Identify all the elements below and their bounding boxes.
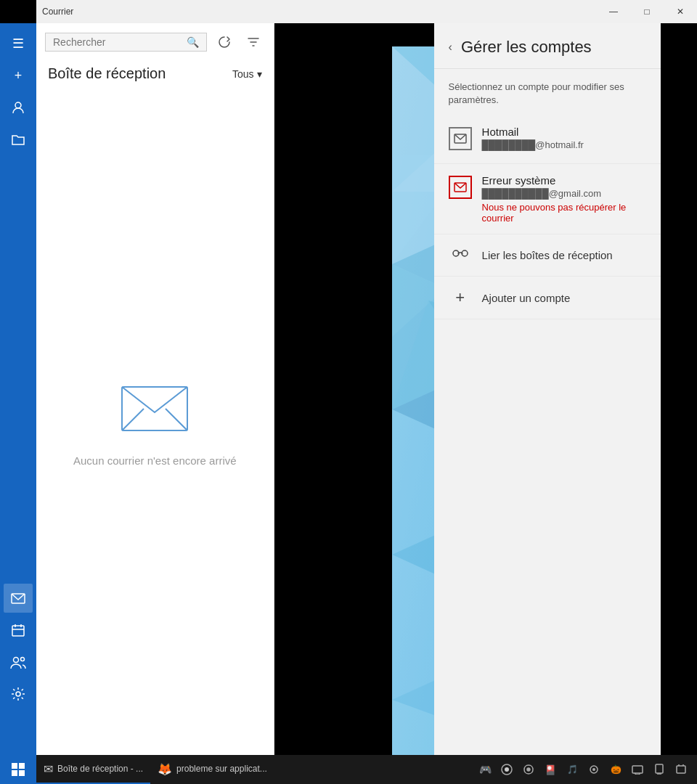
accounts-subtitle: Sélectionnez un compte pour modifier ses… [434,69,661,115]
taskbar-item-mail[interactable]: ✉ Boîte de réception - ... [36,755,150,784]
start-button[interactable] [0,755,36,784]
account-mail-error-icon [449,176,472,199]
account-email-hotmail: ████████@hotmail.fr [482,139,646,150]
taskbar-browser-icon: 🦊 [158,762,172,776]
mail-app: 🔍 Boîte de réception Tous ▾ [36,23,661,755]
taskbar: ✉ Boîte de réception - ... 🦊 probleme su… [0,755,697,784]
empty-message: Aucun courrier n'est encore arrivé [73,454,237,467]
svg-rect-6 [122,387,187,430]
svg-point-5 [16,692,20,696]
account-info-hotmail: Hotmail ████████@hotmail.fr [482,126,646,153]
svg-rect-28 [12,763,17,769]
search-bar: 🔍 [36,23,274,60]
tray-icon-3[interactable] [518,755,539,784]
search-input-wrap[interactable]: 🔍 [45,33,207,52]
account-name-gmail: Erreur système [482,174,646,187]
window-controls: — □ ✕ [597,0,697,23]
filter-dropdown[interactable]: Tous ▾ [232,68,262,80]
svg-point-36 [592,768,595,771]
inbox-title: Boîte de réception [48,65,166,82]
account-email-gmail: ██████████@gmail.com [482,188,646,199]
accounts-panel: ‹ Gérer les comptes Sélectionnez un comp… [434,23,661,755]
svg-rect-38 [656,764,663,773]
tray-icon-2[interactable] [497,755,517,784]
link-icon [449,246,472,264]
taskbar-browser-label: probleme sur applicat... [176,764,267,774]
inbox-header: Boîte de réception Tous ▾ [36,60,274,91]
svg-point-33 [505,767,509,772]
title-bar: Courrier — □ ✕ [36,0,697,23]
search-icon: 🔍 [187,36,199,48]
tray-icon-8[interactable] [627,755,648,784]
maximize-button[interactable]: □ [630,0,664,23]
settings-nav-icon[interactable] [4,679,33,709]
empty-state: Aucun courrier n'est encore arrivé [36,91,274,755]
account-item-hotmail[interactable]: Hotmail ████████@hotmail.fr [434,115,661,164]
taskbar-mail-icon: ✉ [44,762,53,776]
close-button[interactable]: ✕ [664,0,697,23]
empty-envelope-icon [118,380,191,440]
svg-point-3 [14,658,19,663]
taskbar-item-browser[interactable]: 🦊 probleme sur applicat... [150,755,274,784]
folder-icon[interactable] [4,125,33,154]
account-error-message: Nous ne pouvons pas récupérer le courrie… [482,202,646,224]
compose-icon[interactable]: + [4,61,33,90]
calendar-nav-icon[interactable] [4,616,33,645]
svg-rect-2 [12,626,24,636]
svg-rect-30 [12,770,17,776]
mail-nav-icon[interactable] [4,584,33,613]
filter-label: Tous [232,68,254,80]
add-icon: + [449,288,472,307]
tray-icon-10[interactable] [671,755,691,784]
account-mail-envelope-icon [449,127,472,150]
add-account-label: Ajouter un compte [482,292,571,304]
tray-icon-5[interactable]: 🎵 [562,755,582,784]
tray-icon-steam[interactable]: 🎴 [540,755,561,784]
link-inboxes-button[interactable]: Lier les boîtes de réception [434,234,661,277]
system-tray: 🎮 🎴 🎵 🎃 [475,755,697,784]
filter-icon[interactable] [242,30,265,54]
search-input[interactable] [53,36,187,48]
minimize-button[interactable]: — [597,0,630,23]
sidebar-narrow: ☰ + [0,23,36,755]
chevron-down-icon: ▾ [257,68,262,80]
back-button[interactable]: ‹ [449,41,452,54]
tray-icon-1[interactable]: 🎮 [475,755,495,784]
sidebar-bottom [0,584,36,711]
account-name-hotmail: Hotmail [482,126,646,138]
tray-icon-7[interactable]: 🎃 [606,755,626,784]
link-inboxes-label: Lier les boîtes de réception [482,249,613,261]
inbox-panel: 🔍 Boîte de réception Tous ▾ [36,23,274,755]
svg-point-4 [21,658,25,661]
svg-point-0 [15,102,21,108]
taskbar-mail-label: Boîte de réception - ... [57,764,143,774]
people-nav-icon[interactable] [4,648,33,677]
svg-rect-29 [19,763,25,769]
account-info-gmail: Erreur système ██████████@gmail.com Nous… [482,174,646,224]
accounts-title: Gérer les comptes [461,38,592,57]
tray-icon-9[interactable] [649,755,669,784]
sync-icon[interactable] [213,30,236,54]
svg-rect-39 [677,766,685,773]
tray-icon-6[interactable] [584,755,604,784]
accounts-header: ‹ Gérer les comptes [434,23,661,69]
svg-point-34 [527,768,530,771]
person-icon[interactable] [4,93,33,122]
account-item-gmail[interactable]: Erreur système ██████████@gmail.com Nous… [434,164,661,234]
svg-rect-37 [632,766,643,773]
svg-rect-31 [19,770,25,776]
hamburger-menu-icon[interactable]: ☰ [4,29,33,58]
add-account-button[interactable]: + Ajouter un compte [434,277,661,319]
app-title: Courrier [42,7,73,17]
